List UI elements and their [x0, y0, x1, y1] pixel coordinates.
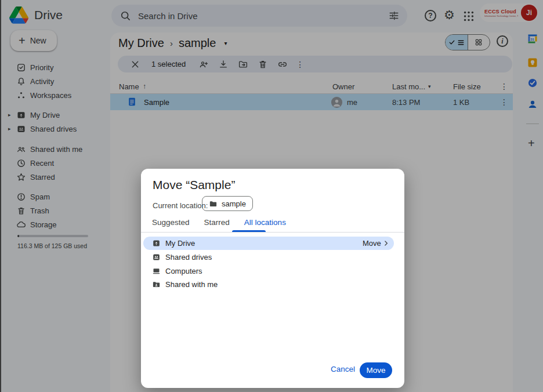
dialog-title: Move “Sample” — [153, 178, 235, 192]
tabs-divider — [141, 232, 404, 233]
current-location-label: Current location: — [153, 201, 208, 210]
tab-starred[interactable]: Starred — [204, 218, 230, 227]
current-location-value: sample — [222, 199, 246, 208]
tab-suggested[interactable]: Suggested — [152, 218, 190, 227]
move-here-label[interactable]: Move — [363, 239, 381, 248]
cancel-button[interactable]: Cancel — [331, 365, 355, 373]
my-drive-icon — [152, 239, 161, 248]
location-label: Shared drives — [165, 253, 212, 262]
dialog-tabs: Suggested Starred All locations — [152, 218, 286, 227]
computer-icon — [152, 267, 161, 275]
location-label: Shared with me — [165, 280, 218, 289]
folder-icon — [209, 199, 218, 208]
location-row-my-drive[interactable]: My Drive Move — [143, 237, 394, 250]
move-button[interactable]: Move — [360, 362, 392, 378]
location-row-computers[interactable]: Computers — [143, 264, 394, 278]
location-label: My Drive — [165, 239, 195, 248]
location-row-shared-with-me[interactable]: Shared with me — [143, 278, 394, 291]
current-location-chip[interactable]: sample — [202, 196, 253, 211]
move-dialog: Move “Sample” Current location: sample S… — [141, 169, 404, 388]
chevron-right-icon[interactable] — [382, 239, 390, 247]
shared-drives-icon — [152, 253, 161, 262]
shared-folder-icon — [152, 280, 161, 289]
location-row-shared-drives[interactable]: Shared drives — [143, 251, 394, 264]
location-label: Computers — [165, 267, 202, 275]
tab-all-locations[interactable]: All locations — [244, 218, 286, 227]
